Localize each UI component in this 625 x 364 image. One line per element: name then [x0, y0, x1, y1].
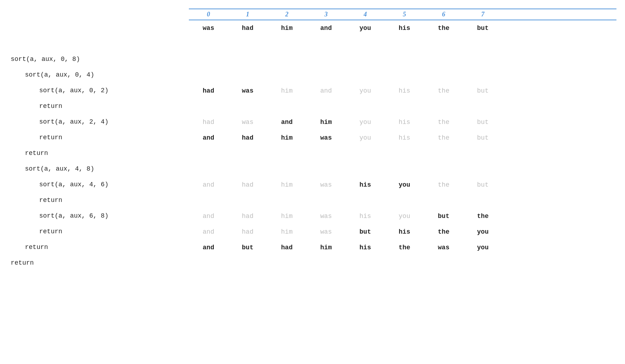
cell-11-6: but [424, 213, 463, 220]
cell-12-2: him [267, 228, 306, 235]
cell-5-7: but [463, 119, 502, 126]
cell-6-7: but [463, 134, 502, 141]
data-row-12: andhadhimwasbuthistheyou [189, 224, 616, 240]
call-label-2: sort(a, aux, 0, 2) [11, 83, 189, 98]
data-row-2 [189, 67, 616, 83]
cell-empty-4-2 [267, 103, 306, 110]
cell-12-7: you [463, 228, 502, 235]
cell-9-3: was [306, 181, 346, 188]
cell-empty-4-4 [346, 103, 385, 110]
call-label-6: return [11, 145, 189, 161]
data-row-5: hadwasandhimyouhisthebut [189, 114, 616, 130]
cell-12-5: his [385, 228, 424, 235]
cell-11-7: the [463, 213, 502, 220]
cell-empty-1-3 [306, 56, 346, 63]
data-row-7 [189, 146, 616, 161]
cell-empty-0-4 [346, 40, 385, 47]
cell-empty-0-2 [267, 40, 306, 47]
cell-empty-0-0 [189, 40, 228, 47]
cell-12-3: was [306, 228, 346, 235]
cell-empty-0-1 [228, 40, 267, 47]
cell-11-3: was [306, 213, 346, 220]
cell-12-0: and [189, 228, 228, 235]
cell-3-4: you [346, 87, 385, 94]
call-label-9: return [11, 192, 189, 208]
call-label-11: return [11, 224, 189, 239]
data-row-10 [189, 193, 616, 208]
cell-empty-0-7 [463, 40, 502, 47]
data-row-11: andhadhimwashisyoubutthe [189, 208, 616, 224]
call-label-5: return [11, 130, 189, 145]
data-row-6: andhadhimwasyouhisthebut [189, 130, 616, 146]
cell-6-0: and [189, 134, 228, 141]
cell-3-5: his [385, 87, 424, 94]
cell-empty-10-2 [267, 197, 306, 204]
data-rows: washadhimandyouhisthebut hadwashimandyou… [189, 20, 616, 255]
cell-3-0: had [189, 87, 228, 94]
cell-empty-7-5 [385, 150, 424, 157]
cell-empty-10-4 [346, 197, 385, 204]
call-label-3: return [11, 98, 189, 114]
cell-3-1: was [228, 87, 267, 94]
initial-cell-0: was [189, 25, 228, 32]
cell-empty-2-3 [306, 72, 346, 79]
cell-13-1: but [228, 244, 267, 251]
index-cell-5: 5 [385, 11, 424, 18]
cell-empty-10-5 [385, 197, 424, 204]
cell-empty-1-6 [424, 56, 463, 63]
cell-empty-7-4 [346, 150, 385, 157]
cell-empty-8-0 [189, 166, 228, 173]
cell-13-4: his [346, 244, 385, 251]
cell-11-1: had [228, 213, 267, 220]
cell-11-5: you [385, 213, 424, 220]
cell-empty-0-3 [306, 40, 346, 47]
data-row-0 [189, 36, 616, 52]
initial-cell-6: the [424, 25, 463, 32]
cell-empty-2-5 [385, 72, 424, 79]
cell-11-0: and [189, 213, 228, 220]
cell-empty-2-7 [463, 72, 502, 79]
cell-13-3: him [306, 244, 346, 251]
cell-5-1: was [228, 119, 267, 126]
cell-empty-10-6 [424, 197, 463, 204]
initial-cell-1: had [228, 25, 267, 32]
cell-empty-8-7 [463, 166, 502, 173]
cell-empty-7-3 [306, 150, 346, 157]
cell-empty-7-2 [267, 150, 306, 157]
cell-empty-1-7 [463, 56, 502, 63]
call-label-13: return [11, 255, 189, 271]
cell-5-2: and [267, 119, 306, 126]
cell-empty-2-0 [189, 72, 228, 79]
cell-13-7: you [463, 244, 502, 251]
initial-cell-2: him [267, 25, 306, 32]
cell-9-7: but [463, 181, 502, 188]
cell-5-4: you [346, 119, 385, 126]
initial-row-label [11, 36, 189, 51]
data-row-4 [189, 99, 616, 114]
initial-cell-4: you [346, 25, 385, 32]
call-label-4: sort(a, aux, 2, 4) [11, 114, 189, 130]
cell-empty-4-0 [189, 103, 228, 110]
cell-6-2: him [267, 134, 306, 141]
call-label-12: return [11, 239, 189, 255]
cell-5-6: the [424, 119, 463, 126]
call-label-10: sort(a, aux, 6, 8) [11, 208, 189, 224]
cell-empty-10-1 [228, 197, 267, 204]
call-stack-column: sort(a, aux, 0, 8)sort(a, aux, 0, 4)sort… [11, 7, 189, 271]
cell-empty-8-6 [424, 166, 463, 173]
index-cell-4: 4 [346, 11, 385, 18]
cell-6-4: you [346, 134, 385, 141]
data-row-13: andbuthadhimhisthewasyou [189, 240, 616, 255]
cell-empty-1-5 [385, 56, 424, 63]
cell-12-6: the [424, 228, 463, 235]
cell-empty-8-3 [306, 166, 346, 173]
cell-empty-10-0 [189, 197, 228, 204]
cell-empty-7-6 [424, 150, 463, 157]
index-cell-0: 0 [189, 11, 228, 18]
cell-3-2: him [267, 87, 306, 94]
cell-6-6: the [424, 134, 463, 141]
cell-empty-4-6 [424, 103, 463, 110]
cell-empty-2-6 [424, 72, 463, 79]
cell-9-5: you [385, 181, 424, 188]
call-label-0: sort(a, aux, 0, 8) [11, 51, 189, 67]
